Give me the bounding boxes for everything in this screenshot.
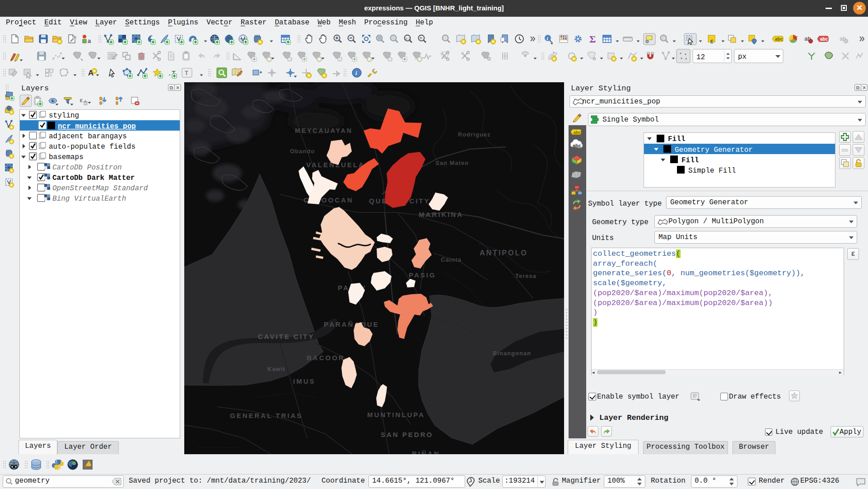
svg-text:12: 12 (696, 53, 705, 61)
svg-text:i: i (355, 70, 357, 76)
svg-text:ncr_municities_pop: ncr_municities_pop (58, 122, 136, 131)
svg-text:Rodriguez: Rodriguez (458, 131, 491, 138)
svg-text:MUNTINLUPA: MUNTINLUPA (367, 411, 425, 418)
svg-text:PASIG: PASIG (409, 271, 436, 279)
svg-text:a: a (88, 38, 91, 44)
svg-text:MARIKINA: MARIKINA (419, 211, 463, 218)
svg-text:Fill: Fill (668, 135, 685, 143)
svg-text:PARAÑAQUE: PARAÑAQUE (324, 320, 379, 328)
svg-text:CartoDb Dark Matter: CartoDb Dark Matter (52, 174, 135, 182)
svg-text:IMUS: IMUS (293, 377, 316, 385)
svg-text:1:1: 1:1 (405, 37, 411, 41)
svg-text:MEYCAUAYAN: MEYCAUAYAN (295, 127, 353, 134)
svg-text:auto-populate fields: auto-populate fields (49, 143, 135, 151)
svg-text:Simple Fill: Simple Fill (688, 167, 736, 175)
svg-text:abc: abc (775, 37, 783, 42)
svg-text:T: T (185, 70, 188, 76)
svg-text:CAVITE CITY: CAVITE CITY (258, 333, 314, 340)
svg-text:Obando: Obando (290, 148, 315, 155)
svg-text:Binangonan: Binangonan (493, 350, 531, 357)
svg-text:Cainta: Cainta (441, 256, 462, 263)
svg-text:CartoDb Positron: CartoDb Positron (52, 164, 122, 172)
svg-text:Teresa: Teresa (515, 273, 537, 279)
svg-text:Σ: Σ (589, 33, 596, 45)
svg-text:abc: abc (573, 143, 581, 148)
svg-text:styling: styling (49, 112, 79, 120)
svg-text:abc: abc (820, 37, 828, 42)
svg-text:Kawit: Kawit (267, 366, 285, 372)
svg-text:abc: abc (573, 130, 580, 135)
svg-text:SAN PEDRO: SAN PEDRO (381, 431, 433, 438)
svg-text:adjacent barangays: adjacent barangays (49, 132, 127, 141)
svg-text:Geometry Generator: Geometry Generator (675, 146, 753, 154)
svg-text:GENERAL TRIAS: GENERAL TRIAS (230, 412, 303, 419)
svg-text:px: px (738, 53, 747, 61)
svg-text:OpenStreetMap Standard: OpenStreetMap Standard (52, 184, 148, 193)
svg-text:BIÑAN: BIÑAN (412, 450, 440, 454)
svg-text:ε: ε (79, 97, 83, 104)
svg-text:San Mateo: San Mateo (435, 160, 469, 166)
svg-text:Bing VirtualEarth: Bing VirtualEarth (52, 195, 126, 203)
svg-text:ANTIPOLO: ANTIPOLO (480, 249, 528, 257)
svg-text:ε: ε (50, 73, 52, 78)
svg-text:BACOOR: BACOOR (307, 354, 345, 362)
svg-text:Fill: Fill (681, 156, 699, 165)
svg-text:basemaps: basemaps (49, 153, 84, 161)
svg-text:ε: ε (710, 38, 714, 45)
